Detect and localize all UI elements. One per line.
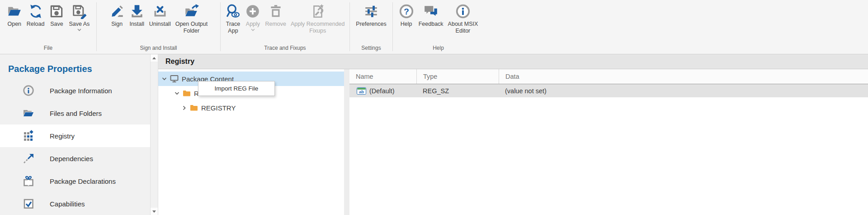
trace-app-button[interactable]: Trace App <box>223 3 243 35</box>
sidebar-item-label: Registry <box>50 132 75 140</box>
preferences-button-label: Preferences <box>356 21 386 28</box>
save-button-label: Save <box>50 21 63 28</box>
svg-text:ab: ab <box>359 89 364 94</box>
scroll-down-arrow-icon[interactable] <box>151 208 158 215</box>
sign-icon <box>109 4 125 19</box>
scrollbar-thumb[interactable] <box>151 62 158 208</box>
apply-icon <box>245 4 260 19</box>
install-button-label: Install <box>129 21 144 28</box>
sidebar-item-dependencies[interactable]: Dependencies <box>0 147 150 170</box>
about-msix-editor-button-label: About MSIX Editor <box>448 21 478 34</box>
apply-recommended-fixups-button[interactable]: Apply Recommended Fixups <box>288 3 347 35</box>
chevron-down-icon[interactable] <box>175 91 179 96</box>
preferences-button[interactable]: Preferences <box>354 3 388 28</box>
string-value-icon: ab <box>357 87 366 95</box>
apply-recommended-fixups-button-label: Apply Recommended Fixups <box>291 21 345 34</box>
save-as-button-label: Save As <box>69 21 90 28</box>
about-icon <box>455 4 471 19</box>
feedback-button[interactable]: Feedback <box>416 3 446 28</box>
uninstall-button-label: Uninstall <box>149 21 171 28</box>
chevron-down-icon <box>251 29 255 31</box>
sidebar-item-files-and-folders[interactable]: Files and Folders <box>0 102 150 124</box>
chevron-right-icon[interactable] <box>182 105 187 110</box>
help-icon: ? <box>399 4 414 19</box>
sidebar-item-package-information[interactable]: Package Information <box>0 79 150 102</box>
feedback-icon <box>423 4 439 19</box>
sidebar-item-capabilities[interactable]: Capabilities <box>0 192 150 215</box>
tree-item-label: REGISTRY <box>201 104 236 112</box>
ribbon-group-help: ? Help Feedback About MSIX Editor Help <box>393 0 484 54</box>
sidebar-item-label: Files and Folders <box>50 110 102 117</box>
remove-button[interactable]: Remove <box>263 3 288 28</box>
save-button[interactable]: Save <box>47 3 66 28</box>
ribbon-group-trace-fixups: Trace App Apply Remove Apply Recommended… <box>221 0 349 54</box>
column-header-name[interactable]: Name <box>349 69 416 84</box>
sidebar: Package Properties Package Information F… <box>0 54 150 215</box>
help-button-label: Help <box>401 21 412 28</box>
open-button-label: Open <box>7 21 21 28</box>
registry-editor-body: Package Content ROOT REGISTRY Import REG… <box>158 69 868 215</box>
dependencies-icon <box>23 153 34 164</box>
registry-icon <box>23 130 34 142</box>
ribbon-group-label-sign-install: Sign and Install <box>97 43 220 54</box>
page-title: Registry <box>158 54 868 69</box>
reload-icon <box>28 4 43 19</box>
registry-values-grid: Name Type Data ab (Default) REG_SZ (valu… <box>349 69 868 215</box>
sidebar-item-registry[interactable]: Registry <box>0 124 150 147</box>
folder-icon <box>183 90 191 96</box>
open-icon <box>7 4 22 19</box>
remove-icon <box>268 4 283 19</box>
column-header-type[interactable]: Type <box>416 69 499 84</box>
about-msix-editor-button[interactable]: About MSIX Editor <box>446 3 481 35</box>
ribbon-group-label-trace-fixups: Trace and Fixups <box>221 43 349 54</box>
save-as-icon <box>71 4 87 19</box>
ribbon-group-label-settings: Settings <box>350 43 392 54</box>
chevron-down-icon[interactable] <box>162 76 167 81</box>
computer-icon <box>170 75 179 83</box>
tree-item-registry[interactable]: REGISTRY <box>158 100 344 115</box>
sign-button[interactable]: Sign <box>107 3 127 28</box>
folder-icon <box>190 105 198 111</box>
sidebar-item-label: Dependencies <box>50 155 93 162</box>
sidebar-item-package-declarations[interactable]: Package Declarations <box>0 170 150 192</box>
open-output-folder-button[interactable]: Open Output Folder <box>173 3 210 35</box>
tree-grid-splitter[interactable] <box>344 69 349 215</box>
value-data: (value not set) <box>505 87 547 95</box>
apply-button[interactable]: Apply <box>243 3 263 32</box>
install-icon <box>129 4 145 19</box>
context-menu-item-import-reg-file[interactable]: Import REG File <box>198 81 274 96</box>
sign-button-label: Sign <box>111 21 123 28</box>
uninstall-icon <box>152 4 168 19</box>
sidebar-scrollbar[interactable] <box>150 54 158 215</box>
reload-button-label: Reload <box>27 21 45 28</box>
trace-app-icon <box>225 4 241 19</box>
save-icon <box>49 4 64 19</box>
install-button[interactable]: Install <box>127 3 147 28</box>
apply-button-label: Apply <box>246 21 260 28</box>
preferences-icon <box>363 4 379 19</box>
capabilities-icon <box>23 198 34 210</box>
save-as-button[interactable]: Save As <box>66 3 92 32</box>
column-header-data[interactable]: Data <box>499 69 868 84</box>
sidebar-item-label: Capabilities <box>50 200 85 208</box>
ribbon-toolbar: Open Reload Save Save As File Sign <box>0 0 868 54</box>
ribbon-group-settings: Preferences Settings <box>350 0 392 54</box>
reload-button[interactable]: Reload <box>24 3 47 28</box>
open-output-folder-button-label: Open Output Folder <box>175 21 208 34</box>
help-button[interactable]: ? Help <box>396 3 416 28</box>
chevron-down-icon <box>77 29 81 31</box>
remove-button-label: Remove <box>265 21 286 28</box>
open-button[interactable]: Open <box>5 3 24 28</box>
content-area: Package Properties Package Information F… <box>0 54 868 215</box>
uninstall-button[interactable]: Uninstall <box>147 3 173 28</box>
open-output-folder-icon <box>184 4 199 19</box>
scroll-up-arrow-icon[interactable] <box>151 54 158 62</box>
info-icon <box>23 85 34 96</box>
ribbon-group-label-help: Help <box>393 43 484 54</box>
table-row-default-value[interactable]: ab (Default) REG_SZ (value not set) <box>349 84 868 97</box>
declarations-icon <box>23 175 34 187</box>
ribbon-group-file: Open Reload Save Save As File <box>0 0 96 54</box>
ribbon-group-label-file: File <box>0 43 96 54</box>
ribbon-group-sign-install: Sign Install Uninstall Open Output Folde… <box>97 0 220 54</box>
grid-header: Name Type Data <box>349 69 868 84</box>
